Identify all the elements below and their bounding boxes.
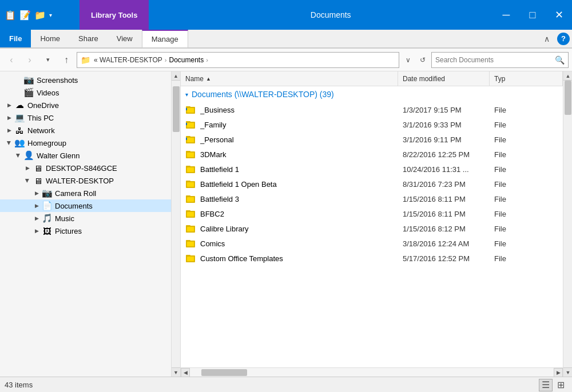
sidebar-item-screenshots[interactable]: 📷Screenshots xyxy=(0,74,171,86)
tab-view[interactable]: View xyxy=(108,30,142,47)
ribbon-right-controls: ∧ ? xyxy=(539,30,572,47)
file-icon xyxy=(185,179,197,189)
file-scroll-up[interactable]: ▲ xyxy=(563,71,572,81)
sidebar-item-pictures[interactable]: ▶🖼Pictures xyxy=(0,225,171,237)
dropdown-recents-button[interactable]: ▾ xyxy=(40,52,56,68)
sidebar-item-homegroup[interactable]: ▶👥Homegroup xyxy=(0,137,171,149)
file-icon xyxy=(185,105,197,114)
table-row[interactable]: _Family3/1/2016 9:33 PMFile xyxy=(181,117,563,132)
file-name: Battlefield 1 xyxy=(200,165,403,174)
help-button[interactable]: ? xyxy=(557,33,570,45)
sidebar-item-onedrive[interactable]: ▶☁OneDrive xyxy=(0,99,171,111)
scroll-left-button[interactable]: ◀ xyxy=(181,368,190,377)
quick-access-toolbar: 📋 📝 📁 ▾ xyxy=(0,0,57,30)
file-icon xyxy=(185,209,197,218)
file-scroll-track[interactable] xyxy=(563,81,572,377)
maximize-button[interactable]: □ xyxy=(519,0,546,30)
status-bar: 43 items ☰ ⊞ xyxy=(0,377,572,392)
properties-icon[interactable]: 📝 xyxy=(19,9,31,21)
tab-manage[interactable]: Manage xyxy=(142,30,188,47)
sidebar-item-thispc[interactable]: ▶💻This PC xyxy=(0,111,171,124)
col-header-name[interactable]: Name ▲ xyxy=(181,71,398,86)
table-row[interactable]: Calibre Library1/15/2016 8:12 PMFile xyxy=(181,221,563,236)
forward-button[interactable]: › xyxy=(22,52,38,68)
back-button[interactable]: ‹ xyxy=(3,52,19,68)
table-row[interactable]: Comics3/18/2016 12:24 AMFile xyxy=(181,236,563,251)
table-row[interactable]: Battlefield 1 Open Beta8/31/2016 7:23 PM… xyxy=(181,177,563,191)
file-date: 8/22/2016 12:25 PM xyxy=(403,150,494,159)
sidebar-scroll-down[interactable]: ▼ xyxy=(172,367,180,377)
table-row[interactable]: Custom Office Templates5/17/2016 12:52 P… xyxy=(181,251,563,266)
group-header[interactable]: ▾ Documents (\\WALTER-DESKTOP) (39) xyxy=(181,86,563,102)
file-icon xyxy=(185,254,197,263)
svg-rect-32 xyxy=(187,242,194,246)
address-box[interactable]: 📁 « WALTER-DESKTOP › Documents › xyxy=(77,52,399,68)
table-row[interactable]: Battlefield 31/15/2016 8:11 PMFile xyxy=(181,191,563,206)
folder-icon[interactable]: 📁 xyxy=(34,9,46,21)
table-row[interactable]: BFBC21/15/2016 8:11 PMFile xyxy=(181,206,563,221)
scroll-right-button[interactable]: ▶ xyxy=(554,368,563,377)
file-scroll-down[interactable]: ▼ xyxy=(563,367,572,377)
ribbon-collapse-button[interactable]: ∧ xyxy=(539,31,555,47)
file-name: Calibre Library xyxy=(200,225,403,233)
sidebar-item-music[interactable]: ▶🎵Music xyxy=(0,212,171,225)
expand-arrow: ▶ xyxy=(5,113,14,122)
tab-home[interactable]: Home xyxy=(31,30,69,47)
address-sep-1: › xyxy=(165,57,167,63)
sidebar-item-cameraroll[interactable]: ▶📷Camera Roll xyxy=(0,187,171,199)
address-dropdown-button[interactable]: ∨ xyxy=(402,52,414,68)
expand-arrow: ▶ xyxy=(23,163,32,173)
horiz-scroll-track[interactable] xyxy=(190,368,554,377)
svg-rect-23 xyxy=(187,197,194,202)
sidebar-item-walterglenn[interactable]: ▶👤Walter Glenn xyxy=(0,149,171,162)
col-header-date[interactable]: Date modified xyxy=(398,71,490,86)
file-type: File xyxy=(494,210,558,218)
sidebar-label: Walter Glenn xyxy=(37,151,80,160)
library-tools-tab[interactable]: Library Tools xyxy=(80,0,149,30)
file-type: File xyxy=(494,180,558,189)
table-row[interactable]: Battlefield 110/24/2016 11:31 ...File xyxy=(181,162,563,177)
file-scroll-thumb[interactable] xyxy=(565,81,571,115)
sidebar-label: Network xyxy=(27,126,55,135)
new-folder-icon[interactable]: 📋 xyxy=(5,9,16,21)
tab-file[interactable]: File xyxy=(0,30,31,47)
file-list-header: Name ▲ Date modified Typ xyxy=(181,71,563,86)
col-header-type[interactable]: Typ xyxy=(490,71,563,86)
quick-access-dropdown[interactable]: ▾ xyxy=(49,12,52,18)
thispc-icon: 💻 xyxy=(14,113,25,122)
large-icons-view-button[interactable]: ⊞ xyxy=(554,379,567,391)
file-name: Comics xyxy=(200,239,403,248)
table-row[interactable]: _Personal3/1/2016 9:11 PMFile xyxy=(181,132,563,147)
sidebar-item-documents[interactable]: ▶📄Documents xyxy=(0,199,171,212)
file-type: File xyxy=(494,225,558,233)
table-row[interactable]: 3DMark8/22/2016 12:25 PMFile xyxy=(181,147,563,162)
search-input[interactable] xyxy=(435,56,553,64)
details-view-button[interactable]: ☰ xyxy=(539,379,553,391)
file-type: File xyxy=(494,165,558,174)
walter-desktop-icon: 🖥 xyxy=(32,176,43,185)
up-button[interactable]: ↑ xyxy=(58,52,74,68)
svg-rect-9 xyxy=(186,136,190,138)
expand-arrow: ▶ xyxy=(32,214,41,223)
expand-arrow: ▶ xyxy=(5,101,14,110)
sidebar-item-videos[interactable]: 🎬Videos xyxy=(0,86,171,99)
tab-share[interactable]: Share xyxy=(69,30,108,47)
sidebar-item-network[interactable]: ▶🖧Network xyxy=(0,124,171,137)
refresh-button[interactable]: ↺ xyxy=(416,52,429,68)
sidebar-item-desktop-s846gce[interactable]: ▶🖥DESKTOP-S846GCE xyxy=(0,162,171,174)
svg-rect-29 xyxy=(187,227,194,231)
svg-rect-31 xyxy=(186,240,190,242)
close-button[interactable]: ✕ xyxy=(546,0,572,30)
sidebar-scroll-track[interactable] xyxy=(172,81,180,367)
sidebar-item-walter-desktop[interactable]: ▶🖥WALTER-DESKTOP xyxy=(0,174,171,187)
svg-rect-2 xyxy=(187,108,194,113)
file-date: 3/1/2016 9:11 PM xyxy=(403,135,494,144)
sidebar-scroll-up[interactable]: ▲ xyxy=(172,71,180,81)
file-list-scroll[interactable]: ▾ Documents (\\WALTER-DESKTOP) (39) _Bus… xyxy=(181,86,563,367)
horiz-scroll-thumb[interactable] xyxy=(201,369,247,376)
svg-rect-28 xyxy=(186,225,190,227)
col-type-label: Typ xyxy=(494,75,505,83)
table-row[interactable]: _Business1/3/2017 9:15 PMFile xyxy=(181,102,563,117)
sidebar-scroll-thumb[interactable] xyxy=(173,86,180,132)
minimize-button[interactable]: ─ xyxy=(493,0,519,30)
